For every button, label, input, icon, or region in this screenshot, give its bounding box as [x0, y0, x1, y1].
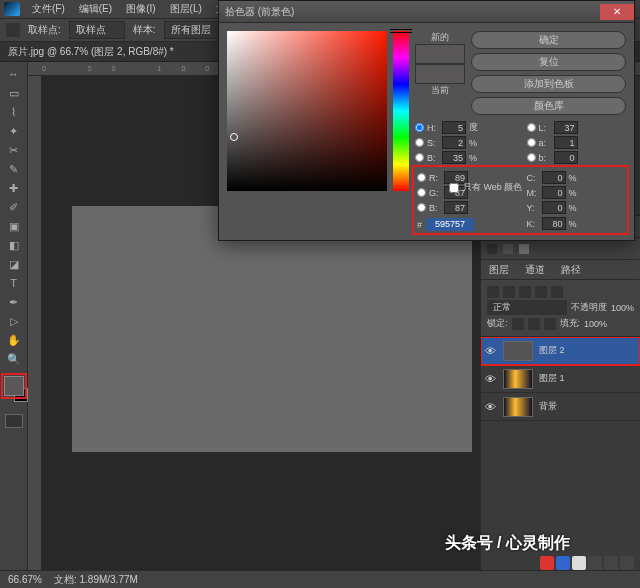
dialog-titlebar[interactable]: 拾色器 (前景色) ✕: [219, 1, 634, 23]
tool-heal[interactable]: ✚: [3, 179, 25, 197]
h-field[interactable]: 5: [442, 121, 466, 134]
canvas[interactable]: [72, 206, 472, 452]
color-field[interactable]: [227, 31, 387, 191]
tray-icon[interactable]: [604, 556, 618, 570]
tab-paths[interactable]: 路径: [553, 260, 589, 279]
bch-radio[interactable]: [417, 203, 426, 212]
tray-icon[interactable]: [588, 556, 602, 570]
r-radio[interactable]: [417, 173, 426, 182]
layer-row[interactable]: 👁 背景: [481, 393, 640, 421]
bv-field[interactable]: 35: [442, 151, 466, 164]
add-swatch-button[interactable]: 添加到色板: [471, 75, 626, 93]
tool-lasso[interactable]: ⌇: [3, 103, 25, 121]
bb-field[interactable]: 0: [554, 151, 578, 164]
tab-layers[interactable]: 图层: [481, 260, 517, 279]
swatch-icon[interactable]: [487, 244, 497, 254]
lock-px-icon[interactable]: [512, 318, 524, 330]
tray-icon[interactable]: [540, 556, 554, 570]
blend-mode-select[interactable]: 正常: [487, 300, 567, 315]
a-radio[interactable]: [527, 138, 536, 147]
eyedropper-icon: [6, 23, 20, 37]
tool-brush[interactable]: ✐: [3, 198, 25, 216]
tab-channels[interactable]: 通道: [517, 260, 553, 279]
tool-zoom[interactable]: 🔍: [3, 350, 25, 368]
y-field[interactable]: 0: [542, 201, 566, 214]
h-radio[interactable]: [415, 123, 424, 132]
swatch-icon[interactable]: [519, 244, 529, 254]
tool-path[interactable]: ▷: [3, 312, 25, 330]
hex-field[interactable]: 595757: [426, 218, 474, 231]
bb-radio[interactable]: [527, 153, 536, 162]
c-field[interactable]: 0: [542, 171, 566, 184]
color-library-button[interactable]: 颜色库: [471, 97, 626, 115]
layer-row[interactable]: 👁 图层 2: [481, 337, 640, 365]
layer-row[interactable]: 👁 图层 1: [481, 365, 640, 393]
filter-icon[interactable]: [519, 286, 531, 298]
tool-crop[interactable]: ✂: [3, 141, 25, 159]
opt-sample-size[interactable]: 取样点: [69, 21, 125, 39]
tray-icon[interactable]: [620, 556, 634, 570]
menu-edit[interactable]: 编辑(E): [73, 2, 118, 16]
l-field[interactable]: 37: [554, 121, 578, 134]
tool-hand[interactable]: ✋: [3, 331, 25, 349]
layer-thumb[interactable]: [503, 341, 533, 361]
fill-value[interactable]: 100%: [584, 319, 607, 329]
visibility-icon[interactable]: 👁: [485, 373, 497, 385]
lock-pos-icon[interactable]: [528, 318, 540, 330]
new-color-swatch: [415, 44, 465, 64]
menu-layer[interactable]: 图层(L): [164, 2, 208, 16]
ok-button[interactable]: 确定: [471, 31, 626, 49]
current-color-label: 当前: [415, 84, 465, 97]
layer-thumb[interactable]: [503, 397, 533, 417]
zoom-value[interactable]: 66.67%: [8, 574, 42, 585]
tray-icon[interactable]: [556, 556, 570, 570]
tool-stamp[interactable]: ▣: [3, 217, 25, 235]
menu-image[interactable]: 图像(I): [120, 2, 161, 16]
close-icon[interactable]: ✕: [600, 4, 634, 20]
color-picker-cursor-icon: [230, 133, 238, 141]
tool-gradient[interactable]: ◪: [3, 255, 25, 273]
a-field[interactable]: 1: [554, 136, 578, 149]
quickmask-toggle[interactable]: [5, 414, 23, 428]
tool-move[interactable]: ↔: [3, 65, 25, 83]
l-radio[interactable]: [527, 123, 536, 132]
status-bar: 66.67% 文档: 1.89M/3.77M: [0, 570, 640, 588]
filter-icon[interactable]: [503, 286, 515, 298]
opt-sample-label: 取样点:: [28, 23, 61, 37]
visibility-icon[interactable]: 👁: [485, 401, 497, 413]
layer-name[interactable]: 图层 1: [539, 372, 565, 385]
web-only-checkbox[interactable]: 只有 Web 颜色: [449, 181, 522, 194]
s-radio[interactable]: [415, 138, 424, 147]
filter-icon[interactable]: [535, 286, 547, 298]
layer-name[interactable]: 背景: [539, 400, 557, 413]
layer-thumb[interactable]: [503, 369, 533, 389]
s-field[interactable]: 2: [442, 136, 466, 149]
tool-eyedropper[interactable]: ✎: [3, 160, 25, 178]
tool-eraser[interactable]: ◧: [3, 236, 25, 254]
web-only-input[interactable]: [449, 183, 459, 193]
filter-icon[interactable]: [487, 286, 499, 298]
g-radio[interactable]: [417, 188, 426, 197]
menu-file[interactable]: 文件(F): [26, 2, 71, 16]
swatch-icon[interactable]: [503, 244, 513, 254]
tool-wand[interactable]: ✦: [3, 122, 25, 140]
bch-field[interactable]: 87: [444, 201, 468, 214]
b-radio[interactable]: [415, 153, 424, 162]
k-field[interactable]: 80: [542, 217, 566, 230]
tool-type[interactable]: T: [3, 274, 25, 292]
tool-pen[interactable]: ✒: [3, 293, 25, 311]
layer-tabs: 图层 通道 路径: [481, 260, 640, 280]
filter-icon[interactable]: [551, 286, 563, 298]
hue-pointer-icon: [390, 29, 412, 33]
tray-icons: [540, 556, 634, 570]
reset-button[interactable]: 复位: [471, 53, 626, 71]
tool-marquee[interactable]: ▭: [3, 84, 25, 102]
hue-slider[interactable]: [393, 31, 409, 191]
tray-icon[interactable]: [572, 556, 586, 570]
foreground-color-swatch[interactable]: [4, 376, 24, 396]
opacity-value[interactable]: 100%: [611, 303, 634, 313]
m-field[interactable]: 0: [542, 186, 566, 199]
visibility-icon[interactable]: 👁: [485, 345, 497, 357]
layer-name[interactable]: 图层 2: [539, 344, 565, 357]
lock-all-icon[interactable]: [544, 318, 556, 330]
